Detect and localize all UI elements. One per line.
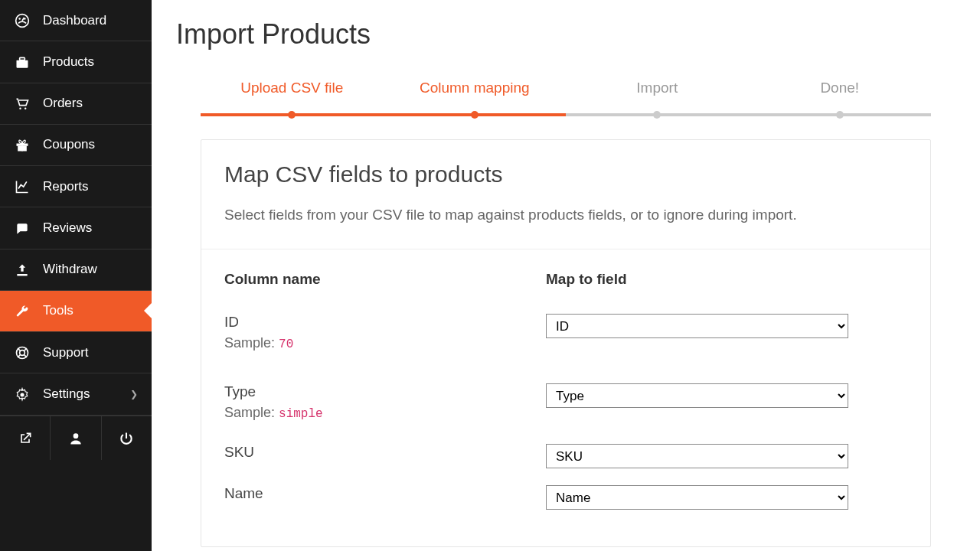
power-button[interactable] bbox=[102, 416, 152, 460]
step-dot bbox=[288, 111, 296, 119]
wrench-icon bbox=[14, 303, 31, 319]
main-content: Import Products Upload CSV file Column m… bbox=[152, 0, 980, 551]
map-to-field-header: Map to field bbox=[546, 271, 907, 288]
nav-reviews[interactable]: Reviews bbox=[0, 207, 152, 249]
nav-label: Orders bbox=[43, 96, 83, 111]
lifebuoy-icon bbox=[14, 344, 31, 360]
step-label: Column mapping bbox=[420, 80, 530, 96]
external-link-button[interactable] bbox=[0, 416, 51, 460]
gift-icon bbox=[14, 137, 31, 153]
svg-rect-3 bbox=[17, 60, 28, 67]
nav-products[interactable]: Products bbox=[0, 41, 152, 83]
nav-label: Support bbox=[43, 345, 89, 360]
step-dot bbox=[836, 111, 844, 119]
svg-point-12 bbox=[74, 433, 79, 439]
step-label: Done! bbox=[820, 80, 859, 96]
mapping-table: Column name Map to field ID Sample: 70 I… bbox=[201, 249, 930, 546]
column-name-header: Column name bbox=[224, 271, 546, 288]
csv-sample: Sample: 70 bbox=[224, 335, 546, 351]
external-link-icon bbox=[18, 430, 33, 445]
sample-value: simple bbox=[279, 407, 323, 421]
user-button[interactable] bbox=[51, 416, 101, 460]
map-field-select[interactable]: ID bbox=[546, 314, 848, 338]
csv-column-name: SKU bbox=[224, 444, 546, 461]
mapping-row: Type Sample: simple Type bbox=[224, 371, 907, 441]
map-field-select[interactable]: Type bbox=[546, 383, 848, 408]
card-title: Map CSV fields to products bbox=[224, 161, 907, 187]
csv-column-name: Name bbox=[224, 485, 546, 502]
sidebar-bottom-row bbox=[0, 416, 152, 460]
mapping-row: Name Name bbox=[224, 482, 907, 523]
step-label: Upload CSV file bbox=[240, 80, 343, 96]
step-done[interactable]: Done! bbox=[749, 80, 932, 116]
upload-icon bbox=[14, 262, 31, 278]
page-title: Import Products bbox=[176, 18, 956, 51]
csv-sample: Sample: simple bbox=[224, 405, 546, 421]
nav-label: Products bbox=[43, 54, 94, 70]
nav-label: Settings bbox=[43, 386, 90, 402]
chevron-right-icon: ❯ bbox=[130, 389, 138, 399]
map-field-select[interactable]: SKU bbox=[546, 444, 848, 468]
sidebar: Dashboard Products Orders Coupons Report… bbox=[0, 0, 152, 551]
sample-value: 70 bbox=[279, 337, 293, 351]
step-dot bbox=[471, 111, 479, 119]
step-import[interactable]: Import bbox=[566, 80, 749, 116]
nav-reports[interactable]: Reports bbox=[0, 166, 152, 207]
step-dot bbox=[653, 111, 661, 119]
nav-coupons[interactable]: Coupons bbox=[0, 125, 152, 166]
svg-point-11 bbox=[21, 393, 24, 396]
cart-icon bbox=[14, 96, 31, 112]
nav-tools[interactable]: Tools bbox=[0, 291, 152, 332]
step-label: Import bbox=[636, 80, 678, 96]
csv-column-name: Type bbox=[224, 383, 546, 400]
gear-icon bbox=[14, 386, 31, 402]
step-upload[interactable]: Upload CSV file bbox=[201, 80, 384, 116]
csv-column-name: ID bbox=[224, 314, 546, 331]
nav-label: Coupons bbox=[43, 137, 95, 152]
comments-icon bbox=[14, 220, 31, 236]
power-icon bbox=[119, 430, 134, 445]
nav-label: Withdraw bbox=[43, 262, 97, 277]
svg-point-1 bbox=[18, 18, 21, 21]
nav-label: Dashboard bbox=[43, 13, 106, 28]
nav-label: Tools bbox=[43, 303, 74, 318]
svg-rect-4 bbox=[20, 57, 25, 60]
nav-support[interactable]: Support bbox=[0, 332, 152, 373]
dashboard-icon bbox=[14, 12, 31, 28]
nav-orders[interactable]: Orders bbox=[0, 83, 152, 125]
nav-settings[interactable]: Settings ❯ bbox=[0, 373, 152, 415]
nav-label: Reports bbox=[43, 179, 89, 194]
nav-withdraw[interactable]: Withdraw bbox=[0, 249, 152, 291]
chart-icon bbox=[14, 178, 31, 194]
svg-point-10 bbox=[20, 350, 25, 356]
nav-dashboard[interactable]: Dashboard bbox=[0, 0, 152, 41]
svg-point-5 bbox=[19, 107, 21, 109]
mapping-card: Map CSV fields to products Select fields… bbox=[201, 139, 931, 547]
briefcase-icon bbox=[14, 54, 31, 70]
step-mapping[interactable]: Column mapping bbox=[384, 80, 567, 116]
svg-point-6 bbox=[24, 107, 27, 109]
map-field-select[interactable]: Name bbox=[546, 485, 848, 510]
mapping-row: ID Sample: 70 ID bbox=[224, 302, 907, 371]
import-stepper: Upload CSV file Column mapping Import Do… bbox=[201, 80, 931, 116]
user-icon bbox=[68, 430, 83, 445]
mapping-row: SKU SKU bbox=[224, 441, 907, 482]
card-description: Select fields from your CSV file to map … bbox=[224, 203, 907, 227]
nav-label: Reviews bbox=[43, 220, 92, 236]
